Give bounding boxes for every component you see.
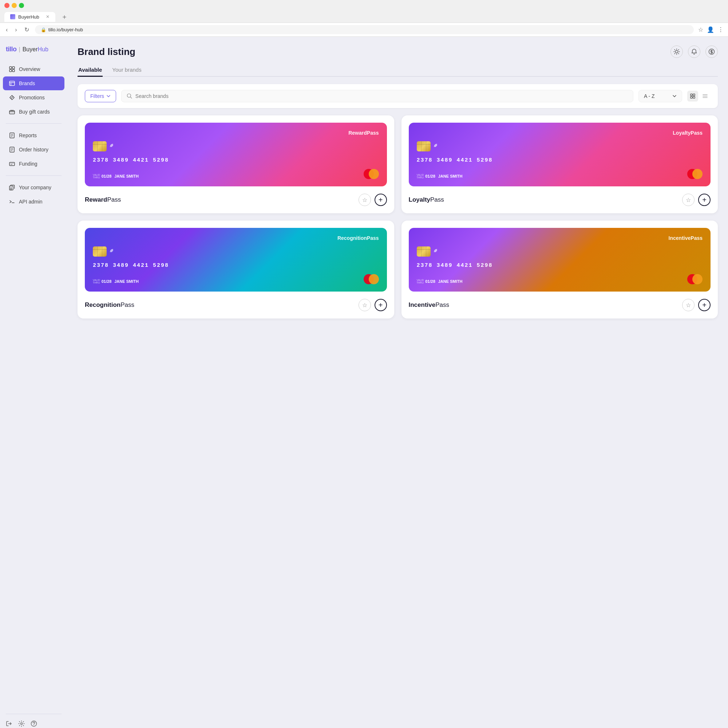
card-number-reward-pass: 2378 3489 4421 5298 — [93, 157, 379, 164]
card-chip-row-recognition — [93, 246, 379, 257]
sidebar-item-api-admin[interactable]: API admin — [3, 195, 64, 209]
traffic-lights — [5, 3, 723, 8]
card-info-row-loyalty: VALIDTHRU 01/28 JANE SMITH — [417, 174, 463, 179]
your-company-icon — [9, 184, 15, 191]
overview-icon — [9, 66, 15, 72]
svg-point-11 — [21, 723, 23, 725]
card-chip-icon-recognition — [93, 246, 107, 257]
card-details-recognition: VALIDTHRU — [93, 279, 100, 284]
sidebar-item-buy-gift-cards[interactable]: Buy gift cards — [3, 105, 64, 119]
sidebar-item-brands[interactable]: Brands — [3, 76, 64, 90]
card-info-row-incentive: VALIDTHRU 01/28 JANE SMITH — [417, 279, 463, 284]
browser-tab[interactable]: BuyerHub ✕ — [5, 12, 55, 22]
browser-chrome: BuyerHub ✕ ＋ — [0, 0, 728, 23]
logo-buyerhub: BuyerHub — [23, 46, 48, 53]
brand-card-recognition-pass: RecognitionPass 2378 3489 4421 529 — [78, 220, 394, 318]
card-info-row-recognition: VALIDTHRU 01/28 JANE SMITH — [93, 279, 139, 284]
card-chip-icon-incentive — [417, 246, 431, 257]
dollar-icon-button[interactable] — [705, 46, 718, 58]
forward-button[interactable]: › — [14, 26, 18, 34]
add-button-reward-pass[interactable]: + — [375, 194, 387, 206]
search-box[interactable] — [121, 90, 633, 102]
card-name-recognition-pass: RecognitionPass — [93, 235, 379, 241]
address-actions: ☆ 👤 ⋮ — [698, 26, 723, 33]
card-name-incentive-pass: IncentivePass — [417, 235, 703, 241]
sidebar-item-reports[interactable]: Reports — [3, 128, 64, 142]
page-title: Brand listing — [78, 46, 135, 58]
card-actions-loyalty-pass: ☆ + — [682, 194, 711, 206]
card-chip-icon-loyalty — [417, 141, 431, 151]
tab-available[interactable]: Available — [78, 64, 102, 77]
minimize-button[interactable] — [12, 3, 17, 8]
back-button[interactable]: ‹ — [5, 26, 9, 34]
sidebar-item-order-history-label: Order history — [19, 147, 48, 153]
refresh-button[interactable]: ↻ — [23, 26, 31, 34]
search-input[interactable] — [135, 93, 628, 99]
sidebar: tillo | BuyerHub Overview — [0, 37, 67, 728]
new-tab-button[interactable]: ＋ — [58, 11, 70, 23]
brand-grid: RewardPass 2378 3489 4421 5298 — [78, 115, 718, 318]
sidebar-item-brands-label: Brands — [19, 80, 35, 86]
sidebar-item-overview-label: Overview — [19, 66, 40, 72]
sidebar-bottom — [0, 708, 67, 728]
sidebar-item-promotions[interactable]: Promotions — [3, 91, 64, 104]
add-button-recognition-pass[interactable]: + — [375, 299, 387, 311]
logout-icon[interactable] — [6, 720, 12, 727]
profile-icon[interactable]: 👤 — [707, 26, 714, 33]
svg-point-13 — [34, 725, 34, 725]
sidebar-item-funding-label: Funding — [19, 161, 37, 167]
tab-close-icon[interactable]: ✕ — [46, 14, 49, 19]
sidebar-item-overview[interactable]: Overview — [3, 62, 64, 76]
contactless-icon-recognition — [110, 248, 116, 255]
favorite-button-recognition-pass[interactable]: ☆ — [359, 299, 371, 311]
card-name-loyalty-pass: LoyaltyPass — [417, 130, 703, 136]
menu-icon[interactable]: ⋮ — [718, 26, 723, 33]
brand-card-footer-reward-pass: RewardPass ☆ + — [85, 192, 387, 206]
maximize-button[interactable] — [19, 3, 24, 8]
sort-select[interactable]: A - Z — [638, 90, 682, 102]
card-footer: VALIDTHRU 01/28 JANE SMITH — [93, 169, 379, 179]
url-bar[interactable]: 🔒 tillo.io/buyer-hub — [35, 25, 694, 34]
close-button[interactable] — [5, 3, 9, 8]
brightness-icon-button[interactable] — [670, 46, 683, 58]
sidebar-nav-main: Overview Brands — [0, 60, 67, 121]
favorite-button-reward-pass[interactable]: ☆ — [359, 194, 371, 206]
lock-icon: 🔒 — [41, 27, 46, 32]
card-number-recognition-pass: 2378 3489 4421 5298 — [93, 262, 379, 269]
svg-rect-8 — [9, 162, 15, 166]
sidebar-bottom-icons — [0, 717, 67, 728]
svg-rect-1 — [12, 67, 15, 69]
add-button-incentive-pass[interactable]: + — [698, 299, 711, 311]
add-button-loyalty-pass[interactable]: + — [698, 194, 711, 206]
card-actions-recognition-pass: ☆ + — [359, 299, 387, 311]
sidebar-nav-bottom: Your company API admin — [0, 179, 67, 210]
mastercard-logo-loyalty — [687, 169, 702, 179]
sidebar-divider-3 — [6, 714, 61, 714]
favorite-button-incentive-pass[interactable]: ☆ — [682, 299, 694, 311]
card-chip-row-loyalty — [417, 141, 703, 151]
contactless-icon-incentive — [434, 248, 440, 255]
list-view-button[interactable] — [700, 91, 711, 102]
card-footer-incentive: VALIDTHRU 01/28 JANE SMITH — [417, 274, 703, 284]
settings-icon[interactable] — [18, 720, 25, 727]
sidebar-item-your-company[interactable]: Your company — [3, 180, 64, 194]
filters-button[interactable]: Filters — [85, 90, 116, 102]
help-icon[interactable] — [31, 720, 37, 727]
tab-your-brands[interactable]: Your brands — [112, 64, 142, 77]
bookmark-icon[interactable]: ☆ — [698, 26, 703, 33]
sidebar-item-order-history[interactable]: Order history — [3, 143, 64, 156]
sidebar-item-funding[interactable]: Funding — [3, 157, 64, 171]
sidebar-divider-2 — [6, 176, 61, 176]
svg-rect-19 — [691, 96, 692, 98]
contactless-icon — [110, 143, 116, 150]
grid-view-button[interactable] — [687, 91, 698, 102]
favorite-button-loyalty-pass[interactable]: ☆ — [682, 194, 694, 206]
filter-bar: Filters A - Z — [78, 84, 718, 108]
card-expiry: 01/28 — [102, 174, 112, 178]
order-history-icon — [9, 146, 15, 153]
card-number-loyalty-pass: 2378 3489 4421 5298 — [417, 157, 703, 164]
card-visual-loyalty-pass: LoyaltyPass 2378 3489 4421 5298 — [409, 123, 711, 187]
notifications-icon-button[interactable] — [688, 46, 700, 58]
sidebar-item-your-company-label: Your company — [19, 185, 51, 190]
brand-name-loyalty-pass: LoyaltyPass — [409, 196, 444, 203]
